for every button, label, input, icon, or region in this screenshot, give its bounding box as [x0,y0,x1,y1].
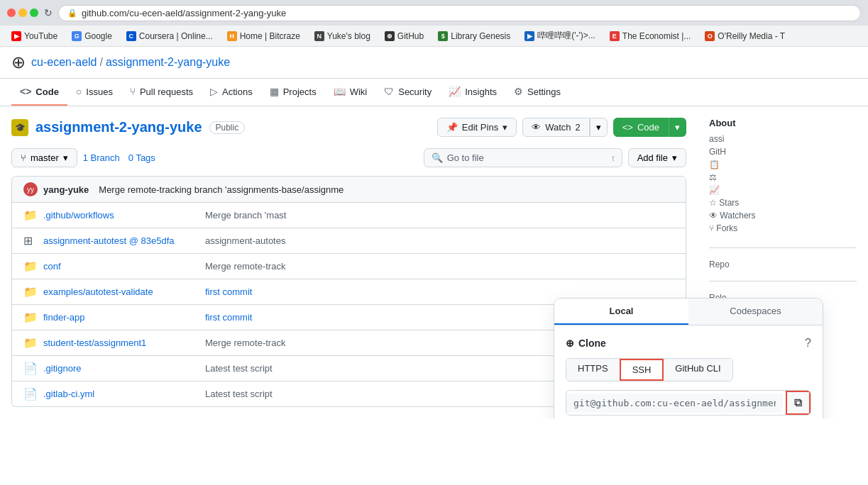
file-link-gitlab-ci[interactable]: .gitlab-ci.yml [43,389,94,399]
bookmark-coursera-label: Coursera | Online... [139,31,213,41]
watch-count: 2 [576,122,581,133]
code-split-button[interactable]: ▾ [669,118,686,137]
help-icon[interactable]: ? [805,337,811,350]
bookmark-economist[interactable]: E The Economist |... [604,30,697,43]
code-label: Code [637,122,659,133]
search-shortcut: t [612,154,615,162]
nav-item-code[interactable]: <> Code [11,79,67,106]
close-button[interactable] [7,9,16,17]
watch-button[interactable]: 👁 Watch 2 [522,118,590,137]
breadcrumb-separator: / [100,56,103,69]
search-placeholder: Go to file [447,152,484,163]
breadcrumb-repo[interactable]: assignment-2-yang-yuke [106,56,230,69]
code-button[interactable]: <> Code [613,118,669,137]
about-icon-watchers: 👁 Watchers [709,211,857,221]
add-file-button[interactable]: Add file ▾ [628,148,686,167]
url-bar[interactable]: 🔒 github.com/cu-ecen-aeld/assignment-2-y… [58,5,861,21]
clone-tab-codespaces[interactable]: Codespaces [688,299,823,325]
folder-icon: 📁 [23,285,38,299]
folder-icon: 📁 [23,311,38,324]
branch-selector[interactable]: ⑂ master ▾ [11,148,77,167]
nav-item-settings[interactable]: ⚙ Settings [505,79,569,106]
releases-label: Repo [709,260,857,269]
bookmark-blog[interactable]: N Yuke's blog [309,30,376,43]
github-logo-icon[interactable]: ⊕ [11,52,26,72]
nav-item-projects-label: Projects [283,87,317,97]
file-commit-autotest: assignment-autotes [205,235,674,246]
protocol-tab-ssh[interactable]: SSH [620,359,664,381]
nav-item-actions[interactable]: ▷ Actions [202,79,261,106]
bookmark-libgen[interactable]: $ Library Genesis [432,30,516,43]
issues-nav-icon: ○ [76,86,82,97]
nav-item-insights-label: Insights [465,87,497,97]
file-link-conf[interactable]: conf [43,261,61,272]
google-favicon: G [72,31,82,41]
edit-pins-button[interactable]: 📌 Edit Pins ▾ [437,118,517,137]
branches-count[interactable]: 1 Branch [83,152,120,163]
commit-message: Merge remote-tracking branch 'assignment… [99,184,674,195]
refresh-icon[interactable]: ↻ [44,7,53,18]
file-link-finder[interactable]: finder-app [43,312,85,323]
bookmark-oreilly[interactable]: O O'Reilly Media - T [699,30,791,43]
about-icon-forks: ⑂ Forks [709,223,857,233]
clone-url-input[interactable] [566,394,783,413]
committer-avatar: yy [23,182,38,196]
bookmark-google-label: Google [84,31,112,41]
edit-pins-label: Edit Pins [462,122,498,133]
file-link-autotest[interactable]: assignment-autotest @ 83e5dfa [43,235,174,246]
about-section: About assi GitH 📋 ⚖ 📈 ☆ Stars 👁 Watchers… [709,118,857,248]
watch-label: Watch [545,122,571,133]
clone-tab-local[interactable]: Local [554,299,688,325]
file-link-examples[interactable]: examples/autotest-validate [43,286,153,297]
bookmark-bilibili[interactable]: ▶ 哔哩哔哩('-')>... [519,28,601,43]
file-name-autotest: assignment-autotest @ 83e5dfa [43,235,199,246]
file-link-gitignore[interactable]: .gitignore [43,363,81,374]
watch-split-button[interactable]: ▾ [590,118,608,137]
protocol-tab-https[interactable]: HTTPS [566,359,620,381]
nav-item-settings-label: Settings [527,87,561,97]
clone-section-title: ⊕ Clone ? [566,337,811,350]
tags-count[interactable]: 0 Tags [128,152,155,163]
protocol-tab-cli[interactable]: GitHub CLI [664,359,732,381]
nav-item-issues[interactable]: ○ Issues [67,79,121,106]
nav-item-issues-label: Issues [86,87,113,97]
about-text: assi [709,134,857,144]
copy-url-button[interactable]: ⧉ [786,391,811,415]
bookmark-blog-label: Yuke's blog [327,31,370,41]
bookmark-youtube[interactable]: ▶ YouTube [6,30,63,43]
commit-author[interactable]: yang-yuke [43,184,89,195]
nav-item-actions-label: Actions [222,87,253,97]
nav-item-pullrequests[interactable]: ⑂ Pull requests [121,79,202,106]
bookmark-home[interactable]: H Home | Bitcraze [221,30,306,43]
bookmark-github[interactable]: ⊕ GitHub [379,30,429,43]
bookmark-google[interactable]: G Google [66,30,118,43]
repo-name[interactable]: assignment-2-yang-yuke [35,119,202,135]
minimize-button[interactable] [18,9,27,17]
blog-favicon: N [314,31,324,41]
breadcrumb-owner[interactable]: cu-ecen-aeld [31,56,97,69]
browser-chrome: ↻ 🔒 github.com/cu-ecen-aeld/assignment-2… [0,0,868,47]
clone-dropdown: Local Codespaces ⊕ Clone ? HTTPS SSH Git… [554,298,823,418]
code-icon: <> [622,122,633,133]
clone-tab-group: Local Codespaces [554,299,823,325]
nav-item-wiki-label: Wiki [350,87,368,97]
releases-section: Repo [709,260,857,281]
bookmark-bilibili-label: 哔哩哔哩('-')>... [537,30,595,42]
nav-item-wiki[interactable]: 📖 Wiki [325,79,376,106]
bookmark-home-label: Home | Bitcraze [240,31,300,41]
search-bar[interactable]: 🔍 Go to file t [424,148,622,167]
libgen-favicon: $ [438,31,448,41]
branch-chevron: ▾ [63,152,68,163]
file-icon: 📄 [23,362,38,375]
nav-item-projects[interactable]: ▦ Projects [261,79,325,106]
protocol-tab-group: HTTPS SSH GitHub CLI [566,358,733,381]
file-link-workflows[interactable]: .github/workflows [43,210,114,221]
bookmark-coursera[interactable]: C Coursera | Online... [121,30,219,43]
file-link-student[interactable]: student-test/assignment1 [43,338,146,348]
file-row: 📁 .github/workflows Merge branch 'mast [12,203,686,228]
folder-icon: 📁 [23,336,38,350]
nav-item-security[interactable]: 🛡 Security [375,79,440,106]
maximize-button[interactable] [30,9,38,17]
file-row: ⊞ assignment-autotest @ 83e5dfa assignme… [12,228,686,254]
nav-item-insights[interactable]: 📈 Insights [440,79,505,106]
